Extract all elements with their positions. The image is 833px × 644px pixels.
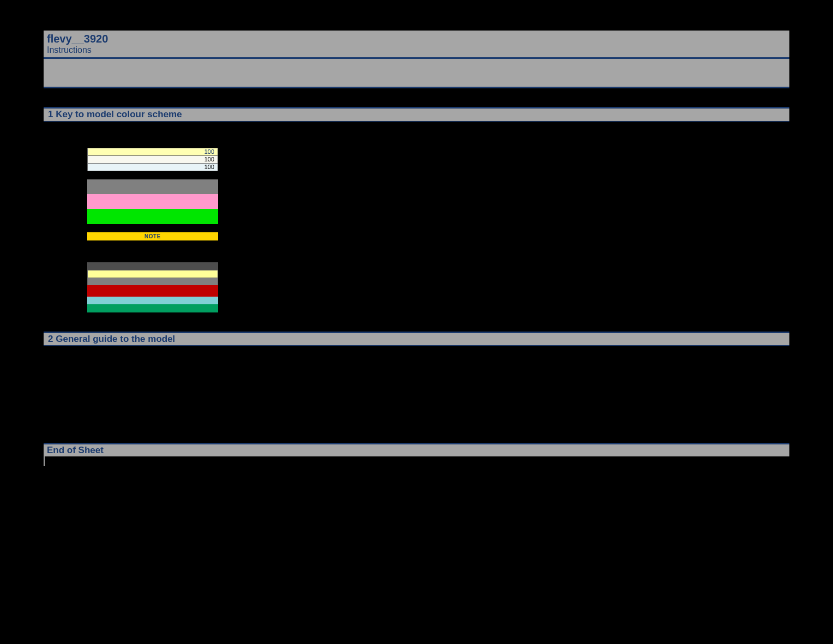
- gap: [44, 312, 789, 332]
- section-2-heading: 2 General guide to the model: [44, 332, 789, 346]
- swatch-block-gray: [87, 179, 218, 195]
- swatch-input-yellow: 100: [87, 148, 218, 156]
- header-block: flevy__3920 Instructions: [44, 31, 789, 59]
- stripe-yellow: [87, 270, 218, 278]
- page-root: flevy__3920 Instructions 1 Key to model …: [0, 0, 833, 466]
- stripe-red: [87, 285, 218, 297]
- cursor-mark: [44, 456, 45, 466]
- section-1-title: Key to model colour scheme: [56, 109, 182, 119]
- section-1-heading: 1 Key to model colour scheme: [44, 107, 789, 121]
- swatch-block-pink: [87, 194, 218, 209]
- note-label: NOTE: [144, 233, 161, 239]
- stripe-green: [87, 304, 218, 312]
- color-key: 100 100 100 NOTE: [87, 148, 218, 312]
- stripe-midgray: [87, 278, 218, 286]
- swatch-block-green: [87, 209, 218, 224]
- swatch-value-2: 100: [204, 157, 214, 162]
- section-2-title: General guide to the model: [56, 334, 175, 344]
- document-title: flevy__3920: [47, 33, 786, 45]
- header-spacer: [44, 59, 789, 88]
- swatch-input-cyan: 100: [87, 163, 218, 171]
- end-of-sheet: End of Sheet: [44, 443, 789, 456]
- stripe-cyan: [87, 297, 218, 305]
- gap: [87, 224, 218, 232]
- swatch-value-3: 100: [204, 164, 214, 170]
- swatch-input-white: 100: [87, 155, 218, 164]
- note-swatch: NOTE: [87, 232, 218, 240]
- gap: [87, 171, 218, 179]
- gap: [87, 240, 218, 262]
- section-2-num: 2: [48, 334, 53, 344]
- gap: [44, 88, 789, 107]
- swatch-value-1: 100: [204, 149, 214, 155]
- document-subtitle: Instructions: [47, 45, 786, 56]
- section-1-num: 1: [48, 109, 53, 119]
- stripe-darkgray: [87, 262, 218, 270]
